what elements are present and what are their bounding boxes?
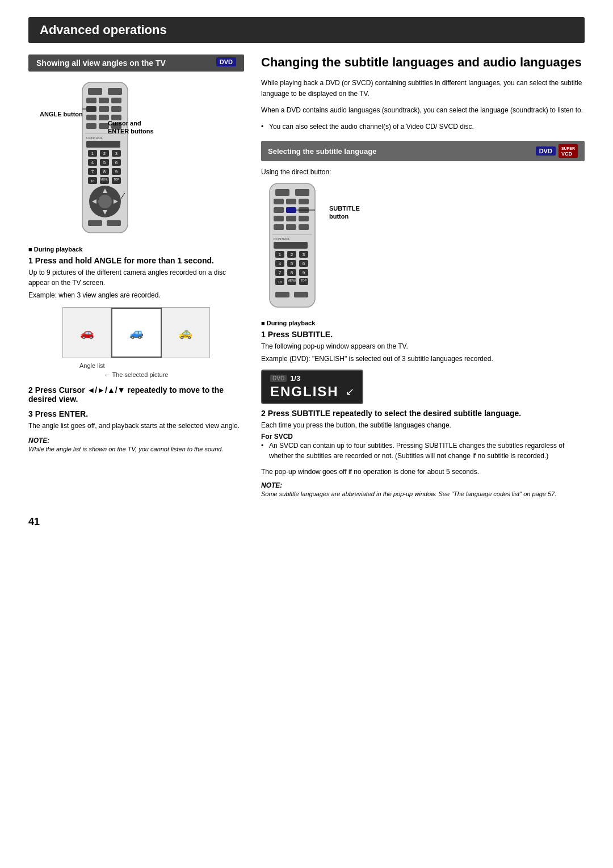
svg-text:2: 2 [291, 252, 293, 257]
popup-note: The pop-up window goes off if no operati… [261, 467, 585, 477]
remote-left: CONTROL 1 2 3 4 5 [74, 79, 136, 240]
svg-rect-1 [88, 88, 102, 95]
note-right-text: Some subtitle languages are abbreviated … [261, 489, 585, 499]
svg-rect-59 [286, 207, 296, 213]
svg-text:4: 4 [91, 160, 94, 165]
svg-text:CONTROL: CONTROL [86, 136, 103, 140]
svg-rect-10 [86, 115, 96, 120]
right-bullet: You can also select the audio channel(s)… [261, 121, 585, 132]
note-right: NOTE: Some subtitle languages are abbrev… [261, 481, 585, 499]
svg-rect-4 [99, 98, 109, 103]
svg-text:10: 10 [91, 179, 95, 183]
svg-rect-2 [108, 88, 122, 95]
svg-rect-58 [274, 207, 284, 213]
dvd-badge-left: DVD [216, 57, 236, 66]
svg-text:3: 3 [303, 252, 305, 257]
svg-text:1: 1 [279, 252, 282, 257]
svg-rect-5 [111, 98, 121, 103]
english-display: DVD 1/3 ENGLISH ↙ [261, 370, 363, 404]
svg-rect-62 [274, 216, 284, 221]
svg-rect-51 [107, 220, 121, 226]
svg-rect-64 [299, 216, 309, 221]
right-intro1: While playing back a DVD (or SVCD) conta… [261, 78, 585, 99]
right-intro2: When a DVD contains audio languages (sou… [261, 105, 585, 116]
english-counter: 1/3 [290, 374, 300, 383]
sub-section-container: Selecting the subtitle language DVD SUPE… [261, 141, 585, 161]
angle-cell-2: 🚙 [111, 308, 161, 358]
angle-cell-1: 🚗 [63, 308, 111, 358]
svg-text:8: 8 [291, 270, 293, 275]
note-right-title: NOTE: [261, 481, 585, 489]
step1-left: 1 Press and hold ANGLE for more than 1 s… [28, 256, 244, 300]
svg-rect-50 [88, 220, 102, 226]
angle-button-label: ANGLE button [40, 111, 83, 118]
svcd-label: For SVCD [261, 433, 585, 441]
note-left-title: NOTE: [28, 437, 244, 445]
step1-left-desc: Up to 9 pictures of the different camera… [28, 267, 244, 288]
svg-rect-3 [86, 98, 96, 103]
svg-rect-53 [275, 189, 289, 196]
step2-right-desc1: Each time you press the button, the subt… [261, 420, 585, 430]
right-column: Changing the subtitle languages and audi… [261, 54, 585, 499]
step1-right: 1 Press SUBTITLE. The following pop-up w… [261, 330, 585, 364]
page-header: Advanced operations [28, 17, 585, 43]
step2-right: 2 Press SUBTITLE repeatedly to select th… [261, 409, 585, 461]
step3-left-desc: The angle list goes off, and playback st… [28, 421, 244, 431]
during-playback-left: ■ During playback [28, 246, 244, 253]
dvd-badge-right-col: DVD [536, 146, 556, 156]
svg-text:3: 3 [115, 151, 118, 156]
left-column: Showing all view angles on the TV DVD AN… [28, 54, 244, 499]
step2-left: 2 Press Cursor ◄/►/▲/▼ repeatedly to mov… [28, 385, 244, 404]
svg-text:MENU: MENU [100, 178, 109, 181]
svg-rect-57 [299, 199, 309, 204]
right-main-title: Changing the subtitle languages and audi… [261, 54, 585, 71]
svg-rect-67 [299, 224, 309, 230]
step1-right-desc: The following pop-up window appears on t… [261, 341, 585, 351]
step2-right-title: 2 Press SUBTITLE repeatedly to select th… [261, 409, 585, 418]
svg-text:9: 9 [303, 270, 305, 275]
step3-left: 3 Press ENTER. The angle list goes off, … [28, 409, 244, 431]
svg-rect-95 [275, 292, 289, 297]
english-text: ENGLISH [270, 384, 339, 400]
svg-text:4: 4 [279, 261, 282, 266]
svg-rect-13 [86, 123, 96, 129]
svg-text:6: 6 [115, 160, 118, 165]
svg-text:TOP: TOP [114, 178, 120, 181]
step1-left-title: 1 Press and hold ANGLE for more than 1 s… [28, 256, 244, 265]
svcd-bullet: An SVCD can contain up to four subtitles… [261, 441, 585, 461]
english-display-container: DVD 1/3 ENGLISH ↙ [261, 370, 585, 404]
remote-right: CONTROL 1 2 3 4 5 6 [261, 181, 324, 313]
svg-rect-54 [295, 189, 309, 196]
remote-right-container: CONTROL 1 2 3 4 5 6 [261, 181, 585, 313]
cursor-enter-label: Cursor and ENTER buttons [108, 119, 154, 136]
svg-rect-56 [286, 199, 296, 204]
svg-text:7: 7 [91, 169, 94, 174]
main-content: Showing all view angles on the TV DVD AN… [28, 54, 585, 499]
svg-text:MENU: MENU [288, 279, 296, 282]
svg-rect-66 [286, 224, 296, 230]
remote-svg-left: CONTROL 1 2 3 4 5 [74, 79, 136, 238]
svg-rect-65 [274, 224, 284, 230]
svg-text:7: 7 [279, 270, 282, 275]
remote-left-container: ANGLE button Cursor and ENTER buttons [45, 79, 244, 240]
remote-svg-right: CONTROL 1 2 3 4 5 6 [261, 181, 324, 311]
svg-rect-18 [86, 141, 120, 148]
svg-text:CONTROL: CONTROL [274, 237, 291, 241]
page-container: Advanced operations Showing all view ang… [0, 0, 613, 551]
svg-text:TOP: TOP [301, 279, 307, 282]
svg-rect-6 [86, 106, 96, 112]
sub-section-title: Selecting the subtitle language [268, 147, 376, 156]
page-title: Advanced operations [40, 23, 573, 37]
svg-rect-63 [286, 216, 296, 221]
during-playback-right: ■ During playback [261, 320, 585, 326]
svg-rect-8 [111, 106, 121, 112]
using-direct-label: Using the direct button: [261, 168, 585, 176]
vcd-badge: SUPER VCD [559, 144, 578, 158]
left-section-header: Showing all view angles on the TV DVD [28, 54, 244, 72]
svg-text:2: 2 [103, 151, 106, 156]
svg-text:5: 5 [103, 160, 106, 165]
svg-text:1: 1 [91, 151, 94, 156]
step1-right-title: 1 Press SUBTITLE. [261, 330, 585, 339]
angle-list-container: 🚗 🚙 🚕 Angle list ← The selected picture [28, 307, 244, 379]
svg-text:10: 10 [278, 280, 282, 284]
